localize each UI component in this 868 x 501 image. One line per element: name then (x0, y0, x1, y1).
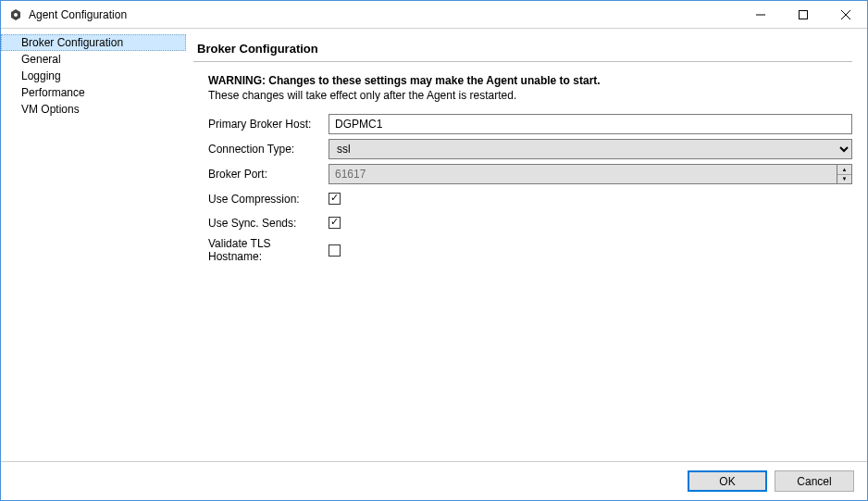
app-icon (8, 7, 23, 22)
use-compression-checkbox[interactable] (329, 193, 341, 205)
broker-port-step-up[interactable]: ▲ (837, 165, 851, 175)
sidebar-item-performance[interactable]: Performance (1, 84, 186, 101)
broker-port-input[interactable] (329, 164, 837, 184)
label-use-compression: Use Compression: (208, 193, 329, 206)
content-header: Broker Configuration (193, 36, 852, 62)
ok-button[interactable]: OK (688, 470, 767, 492)
minimize-button[interactable] (739, 1, 782, 29)
use-sync-sends-checkbox[interactable] (329, 217, 341, 229)
label-connection-type: Connection Type: (208, 143, 329, 156)
titlebar: Agent Configuration (1, 1, 867, 29)
row-primary-broker-host: Primary Broker Host: (208, 114, 852, 134)
sidebar-item-broker-configuration[interactable]: Broker Configuration (1, 34, 186, 51)
main: Broker Configuration General Logging Per… (1, 29, 867, 461)
label-primary-broker-host: Primary Broker Host: (208, 118, 329, 131)
validate-tls-hostname-checkbox[interactable] (329, 244, 341, 257)
row-broker-port: Broker Port: ▲ ▼ (208, 164, 852, 184)
window-controls (739, 1, 867, 29)
row-connection-type: Connection Type: ssl (208, 139, 852, 159)
window-title: Agent Configuration (29, 8, 739, 21)
content: Broker Configuration WARNING: Changes to… (186, 29, 867, 461)
broker-port-step-down[interactable]: ▼ (837, 175, 851, 184)
warning-block: WARNING: Changes to these settings may m… (193, 73, 852, 103)
sidebar: Broker Configuration General Logging Per… (1, 29, 186, 461)
label-validate-tls-hostname: Validate TLS Hostname: (208, 237, 329, 263)
sidebar-item-general[interactable]: General (1, 51, 186, 68)
form: Primary Broker Host: Connection Type: ss… (193, 110, 852, 268)
broker-port-spinner: ▲ ▼ (837, 164, 852, 184)
label-use-sync-sends: Use Sync. Sends: (208, 217, 329, 230)
row-use-compression: Use Compression: (208, 189, 852, 208)
row-validate-tls-hostname: Validate TLS Hostname: (208, 237, 852, 263)
warning-text-sub: These changes will take effect only afte… (208, 88, 852, 103)
label-broker-port: Broker Port: (208, 168, 329, 181)
primary-broker-host-input[interactable] (329, 114, 852, 134)
svg-rect-3 (800, 10, 808, 19)
sidebar-item-vm-options[interactable]: VM Options (1, 101, 186, 118)
warning-text-bold: WARNING: Changes to these settings may m… (208, 73, 852, 88)
sidebar-item-logging[interactable]: Logging (1, 68, 186, 84)
maximize-button[interactable] (782, 1, 825, 29)
footer: OK Cancel (1, 461, 867, 500)
cancel-button[interactable]: Cancel (775, 470, 854, 492)
svg-point-1 (14, 13, 18, 17)
close-button[interactable] (825, 1, 867, 29)
row-use-sync-sends: Use Sync. Sends: (208, 213, 852, 232)
connection-type-select[interactable]: ssl (329, 139, 852, 159)
